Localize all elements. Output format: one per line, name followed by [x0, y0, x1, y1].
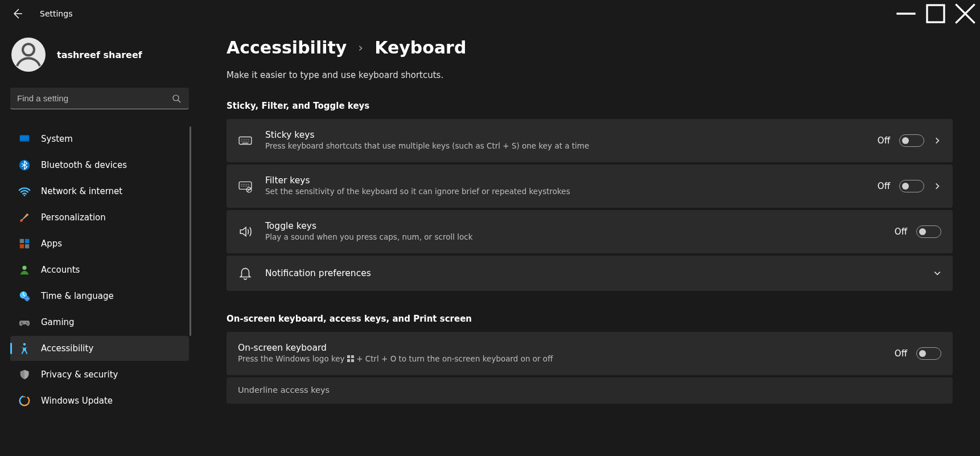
- user-profile[interactable]: tashreef shareef: [10, 33, 189, 84]
- sidebar-item-network[interactable]: Network & internet: [10, 179, 189, 204]
- maximize-button[interactable]: [921, 2, 950, 25]
- toggle-keys-row[interactable]: Toggle keys Play a sound when you press …: [227, 210, 953, 253]
- svg-rect-11: [25, 244, 29, 248]
- sidebar-item-apps[interactable]: Apps: [10, 231, 189, 256]
- apps-icon: [18, 237, 31, 250]
- card-title: Filter keys: [265, 175, 865, 186]
- sidebar-item-gaming[interactable]: Gaming: [10, 310, 189, 335]
- toggle-state-label: Off: [878, 135, 890, 146]
- breadcrumb-parent[interactable]: Accessibility: [227, 38, 347, 57]
- sidebar-item-accounts[interactable]: Accounts: [10, 257, 189, 282]
- sticky-keys-row[interactable]: Sticky keys Press keyboard shortcuts tha…: [227, 119, 953, 162]
- keyboard-icon: [238, 133, 253, 148]
- card-title: On-screen keyboard: [238, 343, 882, 353]
- shield-icon: [18, 368, 31, 381]
- toggle-keys-toggle[interactable]: [916, 225, 941, 238]
- nav-scrollbar[interactable]: [190, 126, 191, 336]
- nav-label: Apps: [41, 239, 62, 249]
- accessibility-icon: [18, 342, 31, 355]
- sidebar-item-windows-update[interactable]: Windows Update: [10, 388, 189, 413]
- sidebar-item-privacy[interactable]: Privacy & security: [10, 362, 189, 387]
- breadcrumb: Accessibility › Keyboard: [227, 38, 953, 57]
- svg-rect-0: [927, 5, 944, 22]
- svg-rect-4: [20, 141, 30, 142]
- breadcrumb-current: Keyboard: [374, 38, 466, 57]
- nav-label: Privacy & security: [41, 369, 118, 380]
- sidebar: tashreef shareef System Bluetooth & devi…: [0, 27, 199, 456]
- filter-keys-row[interactable]: Filter keys Set the sensitivity of the k…: [227, 165, 953, 208]
- nav-label: Bluetooth & devices: [41, 160, 127, 170]
- wifi-icon: [18, 185, 31, 198]
- update-icon: [18, 395, 31, 407]
- svg-rect-10: [20, 244, 24, 248]
- svg-point-7: [20, 219, 23, 222]
- card-description: Press the Windows logo key + Ctrl + O to…: [238, 354, 882, 365]
- search-box[interactable]: [10, 88, 189, 109]
- notification-preferences-row[interactable]: Notification preferences: [227, 256, 953, 291]
- svg-rect-9: [25, 239, 29, 243]
- speaker-icon: [238, 224, 253, 239]
- svg-point-1: [23, 44, 34, 55]
- underline-access-keys-row[interactable]: Underline access keys: [227, 377, 953, 404]
- nav-label: Accounts: [41, 265, 80, 275]
- svg-rect-21: [239, 182, 252, 189]
- card-description: Set the sensitivity of the keyboard so i…: [265, 187, 865, 197]
- gaming-icon: [18, 316, 31, 328]
- sidebar-item-personalization[interactable]: Personalization: [10, 205, 189, 230]
- app-title: Settings: [40, 9, 72, 18]
- svg-point-15: [26, 322, 27, 323]
- sidebar-item-time-language[interactable]: Time & language: [10, 284, 189, 309]
- card-title: Toggle keys: [265, 221, 882, 231]
- filter-keys-toggle[interactable]: [899, 180, 924, 192]
- sidebar-item-accessibility[interactable]: Accessibility: [10, 336, 189, 361]
- svg-point-17: [23, 343, 26, 346]
- main-content: Accessibility › Keyboard Make it easier …: [199, 27, 980, 456]
- card-title: Underline access keys: [238, 385, 941, 395]
- bluetooth-icon: [18, 159, 31, 171]
- accounts-icon: [18, 264, 31, 276]
- svg-point-12: [22, 266, 26, 270]
- nav-label: Network & internet: [41, 186, 122, 196]
- page-subtitle: Make it easier to type and use keyboard …: [227, 70, 953, 80]
- title-bar: Settings: [0, 0, 980, 27]
- chevron-down-icon: [933, 269, 941, 277]
- search-icon: [172, 94, 181, 103]
- chevron-right-icon: [933, 182, 941, 190]
- sidebar-item-system[interactable]: System: [10, 126, 189, 151]
- windows-logo-icon: [347, 355, 354, 365]
- section-header: Sticky, Filter, and Toggle keys: [227, 101, 953, 111]
- toggle-state-label: Off: [895, 227, 907, 237]
- card-title: Sticky keys: [265, 130, 865, 140]
- card-description: Press keyboard shortcuts that use multip…: [265, 141, 865, 151]
- card-description: Play a sound when you press caps, num, o…: [265, 232, 882, 243]
- on-screen-keyboard-row[interactable]: On-screen keyboard Press the Windows log…: [227, 332, 953, 375]
- nav-label: Accessibility: [41, 343, 93, 354]
- toggle-state-label: Off: [895, 348, 907, 359]
- clock-globe-icon: [18, 290, 31, 302]
- sticky-keys-toggle[interactable]: [899, 134, 924, 147]
- user-name: tashreef shareef: [57, 50, 142, 60]
- section-header: On-screen keyboard, access keys, and Pri…: [227, 314, 953, 324]
- svg-point-6: [24, 195, 26, 196]
- nav-label: Gaming: [41, 317, 75, 327]
- system-icon: [18, 133, 31, 145]
- close-button[interactable]: [950, 2, 980, 25]
- svg-rect-23: [347, 355, 350, 358]
- svg-point-16: [27, 323, 28, 324]
- card-title: Notification preferences: [265, 268, 921, 278]
- nav-label: Windows Update: [41, 396, 113, 406]
- avatar: [11, 38, 46, 72]
- keyboard-filter-icon: [238, 179, 253, 194]
- on-screen-keyboard-toggle[interactable]: [916, 347, 941, 360]
- svg-rect-8: [20, 239, 24, 243]
- svg-rect-25: [347, 359, 350, 362]
- search-input[interactable]: [10, 93, 189, 103]
- nav-label: Personalization: [41, 212, 106, 223]
- svg-point-2: [173, 95, 179, 101]
- back-button[interactable]: [11, 8, 23, 19]
- bell-icon: [238, 266, 253, 281]
- nav-label: System: [41, 134, 73, 144]
- sidebar-item-bluetooth[interactable]: Bluetooth & devices: [10, 153, 189, 178]
- minimize-button[interactable]: [891, 2, 921, 25]
- chevron-right-icon: [933, 137, 941, 145]
